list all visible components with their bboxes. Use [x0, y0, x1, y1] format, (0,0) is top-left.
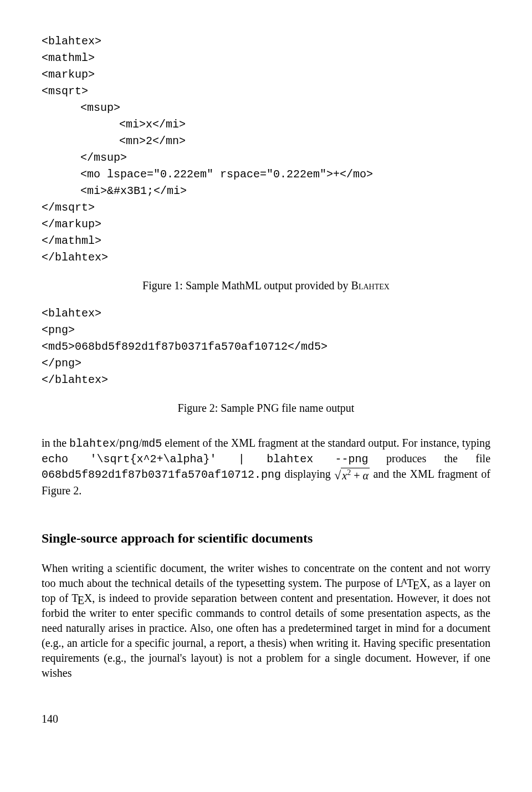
inline-code: md5: [142, 437, 162, 450]
figure-2-caption: Figure 2: Sample PNG file name output: [42, 401, 490, 416]
inline-code: png: [119, 437, 139, 450]
code-line: <mathml>: [42, 50, 490, 67]
text-run: displaying: [281, 468, 334, 480]
code-line: <mi>x</mi>: [42, 116, 490, 133]
caption-text: Figure 1: Sample MathML output provided …: [142, 279, 351, 292]
tex-logo: TEX: [71, 592, 92, 604]
math-var-alpha: α: [363, 469, 369, 482]
text-run: element of the XML fragment at the stand…: [162, 437, 490, 449]
code-line: <markup>: [42, 67, 490, 83]
code-line: <mn>2</mn>: [42, 133, 490, 150]
inline-code: echo '\sqrt{x^2+\alpha}' | blahtex --png: [42, 453, 369, 466]
code-listing-2: <blahtex> <png> <md5>068bd5f892d1f87b037…: [42, 305, 490, 389]
code-line: <mo lspace="0.222em" rspace="0.222em">+<…: [42, 166, 490, 183]
math-var-x: x: [342, 469, 347, 482]
code-line: <msup>: [42, 100, 490, 116]
code-line: <md5>068bd5f892d1f87b0371fa570af10712</m…: [42, 339, 490, 355]
code-line: </blahtex>: [42, 249, 490, 266]
text-run: , is indeed to provide separation betwee…: [42, 592, 490, 679]
paragraph-2: When writing a scientific document, the …: [42, 561, 490, 681]
code-listing-1: <blahtex> <mathml> <markup> <msqrt> <msu…: [42, 33, 490, 266]
code-line: </blahtex>: [42, 372, 490, 389]
text-run: produces the file: [369, 452, 490, 464]
inline-code: blahtex: [69, 437, 116, 450]
code-line: <blahtex>: [42, 33, 490, 50]
code-line: </png>: [42, 355, 490, 372]
paragraph-1: in the blahtex/png/md5 element of the XM…: [42, 436, 490, 498]
code-line: </msup>: [42, 150, 490, 166]
code-line: </mathml>: [42, 233, 490, 249]
latex-logo: LATEX: [396, 577, 427, 589]
math-plus: +: [351, 469, 362, 482]
sqrt-expression: √x2 + α: [334, 467, 370, 484]
text-run: in the: [42, 437, 69, 449]
blahtex-name: Blahtex: [351, 279, 390, 292]
figure-1-caption: Figure 1: Sample MathML output provided …: [42, 278, 490, 293]
code-line: <png>: [42, 322, 490, 339]
code-line: </markup>: [42, 216, 490, 233]
inline-code: 068bd5f892d1f87b0371fa570af10712.png: [42, 468, 281, 481]
code-line: <mi>&#x3B1;</mi>: [42, 183, 490, 200]
section-heading: Single-source approach for scientific do…: [42, 529, 490, 547]
code-line: <msqrt>: [42, 83, 490, 100]
code-line: </msqrt>: [42, 200, 490, 216]
page-number: 140: [42, 712, 490, 727]
code-line: <blahtex>: [42, 305, 490, 322]
